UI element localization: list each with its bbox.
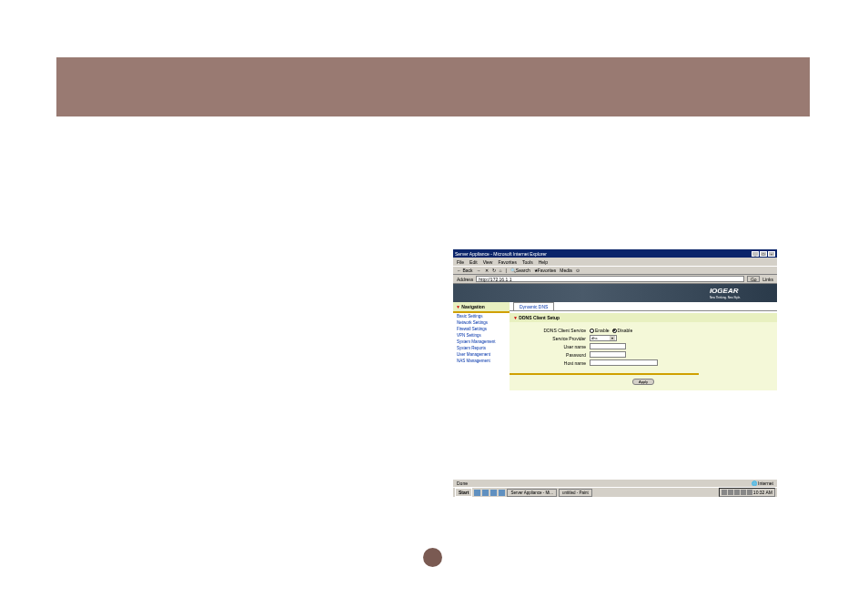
- refresh-button[interactable]: ↻: [492, 268, 496, 273]
- maximize-button[interactable]: □: [760, 251, 767, 257]
- sidebar-item-nas[interactable]: NAS Management: [453, 358, 510, 364]
- back-button[interactable]: ← Back: [457, 268, 473, 273]
- close-button[interactable]: ×: [768, 251, 775, 257]
- brand-logo: IOGEAR: [710, 287, 741, 295]
- quicklaunch-icon[interactable]: [490, 490, 497, 496]
- start-button[interactable]: Start: [455, 488, 472, 497]
- sidebar-item-firewall[interactable]: Firewall Settings: [453, 326, 510, 332]
- ddns-service-label: DDNS Client Service: [519, 328, 590, 333]
- status-zone: 🌐 Internet: [752, 481, 773, 486]
- username-label: User name: [519, 344, 590, 349]
- window-title: Server Appliance - Microsoft Internet Ex…: [455, 251, 547, 257]
- sidebar-item-vpn[interactable]: VPN Settings: [453, 332, 510, 339]
- password-input[interactable]: [590, 351, 626, 358]
- page-number-circle: [423, 548, 442, 567]
- brand-tagline: New Thinking. New Style.: [710, 296, 741, 299]
- enable-radio[interactable]: [590, 329, 594, 333]
- hostname-input[interactable]: [590, 359, 658, 366]
- address-input[interactable]: http://172.16.1.1: [476, 276, 744, 282]
- menu-favorites[interactable]: Favorites: [498, 259, 517, 265]
- disable-label: Disable: [618, 328, 633, 333]
- address-label: Address: [457, 277, 473, 282]
- username-input[interactable]: [590, 343, 626, 349]
- section-header: DDNS Client Setup: [510, 313, 777, 322]
- logo-band: IOGEAR New Thinking. New Style.: [453, 284, 777, 302]
- media-button[interactable]: Media: [560, 268, 572, 273]
- search-button[interactable]: 🔍Search: [510, 268, 530, 273]
- sidebar-item-system-mgmt[interactable]: System Management: [453, 339, 510, 345]
- apply-button[interactable]: Apply: [632, 379, 654, 385]
- main-panel: Dynamic DNS DDNS Client Setup DDNS Clien…: [510, 302, 777, 479]
- menu-help[interactable]: Help: [539, 259, 548, 265]
- forward-button[interactable]: →: [477, 268, 481, 273]
- history-button[interactable]: ⊙: [576, 268, 580, 273]
- task-button-browser[interactable]: Server Appliance - Mi...: [507, 489, 557, 497]
- sidebar: Navigation Basic Settings Network Settin…: [453, 302, 510, 479]
- provider-label: Service Provider: [519, 336, 590, 341]
- ddns-form: DDNS Client Service Enable Disable: [510, 322, 699, 373]
- quicklaunch-icon[interactable]: [474, 490, 480, 496]
- minimize-button[interactable]: _: [752, 251, 759, 257]
- toolbar: ← Back → ✕ ↻ ⌂ | 🔍Search ★Favorites Medi…: [453, 266, 777, 275]
- stop-button[interactable]: ✕: [485, 268, 489, 273]
- tab-dynamic-dns[interactable]: Dynamic DNS: [513, 302, 554, 310]
- enable-label: Enable: [595, 328, 610, 333]
- page-content: IOGEAR New Thinking. New Style. Navigati…: [453, 284, 777, 479]
- window-titlebar: Server Appliance - Microsoft Internet Ex…: [453, 249, 777, 258]
- clock: 10:32 AM: [753, 490, 772, 495]
- system-tray: 10:32 AM: [719, 488, 775, 497]
- statusbar: Done 🌐 Internet: [453, 479, 777, 487]
- menu-view[interactable]: View: [483, 259, 493, 265]
- sidebar-item-reports[interactable]: System Reports: [453, 345, 510, 351]
- hostname-label: Host name: [519, 360, 590, 366]
- browser-screenshot: Server Appliance - Microsoft Internet Ex…: [453, 249, 777, 495]
- task-button-paint[interactable]: untitled - Paint: [559, 489, 592, 497]
- home-button[interactable]: ⌂: [500, 268, 502, 273]
- sidebar-item-user-mgmt[interactable]: User Management: [453, 351, 510, 358]
- tray-icon[interactable]: [741, 490, 746, 495]
- password-label: Password: [519, 352, 590, 358]
- favorites-button[interactable]: ★Favorites: [534, 268, 557, 273]
- tab-bar: Dynamic DNS: [510, 302, 777, 311]
- menu-edit[interactable]: Edit: [469, 259, 478, 265]
- tray-icon[interactable]: [734, 490, 740, 495]
- provider-select[interactable]: dhs ▾: [590, 335, 617, 341]
- status-done: Done: [457, 481, 468, 486]
- links-label[interactable]: Links: [762, 277, 773, 282]
- quicklaunch-icon[interactable]: [482, 490, 489, 496]
- tray-icon[interactable]: [722, 490, 727, 495]
- tray-icon[interactable]: [728, 490, 733, 495]
- sidebar-item-network[interactable]: Network Settings: [453, 319, 510, 326]
- menubar: File Edit View Favorites Tools Help: [453, 258, 777, 266]
- tray-icon[interactable]: [747, 490, 752, 495]
- quicklaunch-icon[interactable]: [499, 490, 505, 496]
- disable-radio[interactable]: [612, 329, 617, 333]
- taskbar: Start Server Appliance - Mi... untitled …: [453, 487, 777, 497]
- addressbar: Address http://172.16.1.1 Go Links: [453, 275, 777, 284]
- sidebar-item-basic[interactable]: Basic Settings: [453, 313, 510, 319]
- header-band: [56, 57, 810, 116]
- go-button[interactable]: Go: [747, 276, 760, 282]
- nav-header: Navigation: [453, 302, 510, 313]
- menu-tools[interactable]: Tools: [522, 259, 533, 265]
- menu-file[interactable]: File: [457, 259, 464, 265]
